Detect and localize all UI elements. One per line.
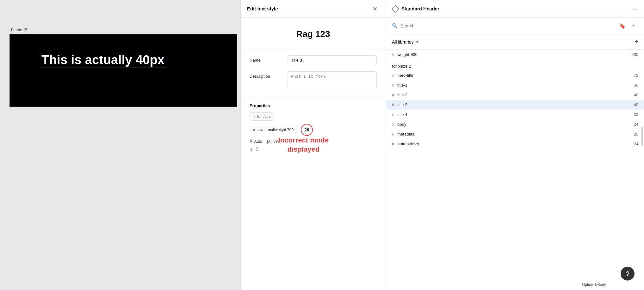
style-name: metadata [397, 132, 631, 136]
add-library-button[interactable]: + [635, 38, 638, 45]
style-value: 48 [634, 93, 638, 97]
search-icon: 🔍 [392, 23, 398, 29]
style-name: title-4 [397, 112, 631, 117]
style-items-container: # hero-title 72 # title-1 56 # title-2 4… [386, 70, 644, 149]
zero-value: 0 [256, 147, 258, 153]
description-row: Description [250, 71, 377, 90]
style-item-body[interactable]: # body 24 [386, 119, 644, 129]
hash-icon: # [392, 132, 394, 136]
pipe-char: |A| [267, 139, 271, 144]
scrollbar-thumb[interactable] [641, 127, 643, 146]
name-row: Name [250, 55, 377, 65]
more-options-button[interactable]: ··· [631, 5, 638, 12]
font-title-tag[interactable]: T font/title [250, 112, 274, 121]
zero-row: ⇕ 0 [250, 147, 377, 153]
style-value: 900 [631, 52, 638, 57]
style-item-title-3[interactable]: # title-3 40 [386, 100, 644, 110]
properties-title: Properties [250, 103, 377, 108]
name-input[interactable] [288, 55, 377, 65]
style-value: 72 [634, 73, 638, 78]
font-weight-label: ...t/normal/weight-700 [257, 128, 294, 132]
right-panel-header: Standard Header ··· [386, 0, 644, 18]
style-name: body [397, 122, 631, 127]
font-size-section-header: font-size 2 [386, 59, 644, 70]
diamond-icon [391, 5, 399, 13]
hash-icon: # [392, 112, 394, 117]
right-panel: Standard Header ··· 🔍 🔖 + All libraries … [386, 0, 644, 290]
size-value: 20 [304, 127, 309, 132]
t-icon: T [253, 114, 255, 119]
description-label: Description [250, 71, 288, 79]
style-value: 32 [634, 112, 638, 117]
hash-icon-weight: # [253, 128, 255, 132]
style-name: hero-title [397, 73, 631, 78]
style-item-title-2[interactable]: # title-2 48 [386, 90, 644, 100]
font-title-label: font/title [257, 114, 270, 119]
style-item-title-4[interactable]: # title-4 32 [386, 110, 644, 119]
font-weight-tag[interactable]: # ...t/normal/weight-700 [250, 126, 297, 134]
tracking-group: |A| 0% [267, 139, 279, 144]
style-name: weight-900 [397, 52, 629, 57]
right-panel-title: Standard Header [401, 6, 439, 11]
search-input[interactable] [400, 23, 616, 28]
hash-icon: # [392, 73, 394, 78]
auto-text: Auto [254, 139, 262, 144]
name-label: Name [250, 55, 288, 63]
selected-text-wrapper: This is actually 40px [40, 52, 166, 68]
close-button[interactable]: ✕ [370, 4, 379, 13]
size-badge: 20 [301, 124, 313, 136]
edit-text-style-panel: Edit text style ✕ Rag 123 Name Descripti… [240, 0, 386, 290]
properties-section: Properties T font/title # ...t/normal/we… [241, 97, 386, 162]
libraries-row: All libraries ▼ + [386, 34, 644, 50]
hash-icon: # [392, 52, 394, 57]
hash-icon: # [392, 83, 394, 88]
style-value: 24 [634, 122, 638, 127]
style-item-hero-title[interactable]: # hero-title 72 [386, 70, 644, 80]
tracking-value: 0% [274, 139, 279, 144]
edit-panel-title: Edit text style [247, 6, 278, 11]
style-name: button-label [397, 142, 631, 146]
bottom-option-label: Option 1/Body [582, 282, 606, 287]
style-name: title-1 [397, 83, 631, 88]
style-item-weight-900[interactable]: # weight-900 900 [386, 50, 644, 59]
edit-panel-header: Edit text style ✕ [241, 0, 386, 18]
bookmark-button[interactable]: 🔖 [618, 21, 627, 30]
libraries-label: All libraries [392, 39, 413, 45]
frame-content: This is actually 40px [9, 34, 237, 107]
style-item-title-1[interactable]: # title-1 56 [386, 80, 644, 90]
hash-icon: # [392, 93, 394, 97]
style-item-metadata[interactable]: # metadata 20 [386, 129, 644, 139]
hash-icon: # [392, 142, 394, 146]
font-title-row: T font/title [250, 112, 377, 121]
help-icon: ? [626, 270, 629, 277]
scrollbar-track [641, 18, 643, 290]
chevron-down-icon: ▼ [415, 40, 419, 44]
frame-label: Frame 25 [11, 28, 27, 32]
form-section: Name Description [241, 49, 386, 97]
style-item-button-label[interactable]: # button-label 24 [386, 139, 644, 149]
font-weight-row: # ...t/normal/weight-700 20 [250, 124, 377, 136]
style-list: # weight-900 900 font-size 2 # hero-titl… [386, 50, 644, 149]
rag-title: Rag 123 [241, 18, 386, 49]
canvas-area: Frame 25 This is actually 40px [0, 0, 240, 290]
auto-label: Ā Auto [250, 139, 262, 144]
zero-icon: ⇕ [250, 148, 253, 152]
style-value: 20 [634, 132, 638, 136]
add-style-button[interactable]: + [629, 21, 638, 30]
auto-icon: Ā [250, 139, 252, 144]
right-panel-title-group: Standard Header [393, 6, 439, 12]
style-name: title-2 [397, 93, 631, 97]
canvas-text: This is actually 40px [41, 53, 164, 67]
auto-row: Ā Auto |A| 0% [250, 139, 377, 144]
style-name: title-3 [397, 102, 631, 107]
hash-icon: # [392, 122, 394, 127]
style-value: 24 [634, 142, 638, 146]
libraries-dropdown[interactable]: All libraries ▼ [392, 39, 419, 45]
hash-icon: # [392, 102, 394, 107]
help-button[interactable]: ? [621, 267, 635, 281]
style-value: 40 [634, 102, 638, 107]
description-input[interactable] [288, 71, 377, 90]
search-bar: 🔍 🔖 + [386, 18, 644, 34]
style-value: 56 [634, 83, 638, 88]
